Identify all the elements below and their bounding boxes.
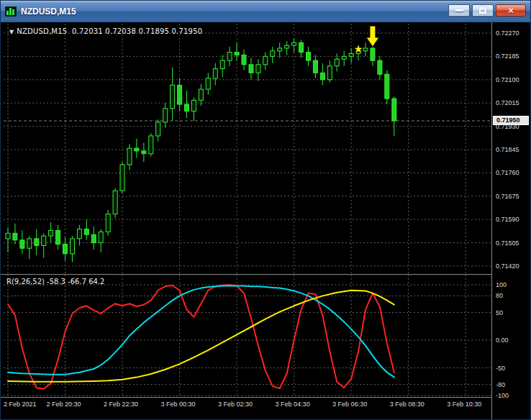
time-axis-label: 3 Feb 02:30 [218,401,253,408]
time-axis-label: 2 Feb 2021 [4,401,37,408]
price-axis[interactable]: 0.71950 0.722700.721850.721000.720150.71… [491,22,530,419]
window-titlebar[interactable]: NZDUSD,M15 × [1,1,530,22]
indicator-axis-label: 100 [496,281,507,288]
time-axis-label: 2 Feb 20:30 [47,401,81,408]
price-axis-label: 0.72015 [496,99,519,106]
open-value: 0.72031 [72,27,103,35]
symbol-ohlc-label: ▼NZDUSD,M15 0.72031 0.72038 0.71895 0.71… [9,27,202,35]
window-controls: × [448,1,526,22]
sell-arrow-icon [366,26,379,47]
time-axis-label: 3 Feb 10:30 [447,401,481,408]
indicator-axis-label: -50 [496,365,505,372]
minimize-button[interactable] [448,4,470,17]
close-icon: × [508,6,514,15]
price-axis-label: 0.71930 [496,123,519,130]
price-axis-label: 0.71845 [496,146,519,153]
indicator-axis-label: 50 [496,309,503,316]
price-axis-label: 0.71420 [496,262,519,270]
indicator-axis-label: -80 [496,381,505,388]
price-axis-label: 0.71590 [496,216,519,223]
window-title: NZDUSD,M15 [21,6,76,17]
time-axis-label: 2 Feb 22:30 [104,401,138,408]
indicator-axis-label: -100 [496,392,509,399]
price-axis-label: 0.71760 [496,169,519,176]
indicator-values-label: R(9,26,52) -58.3 -66.7 64.2 [6,278,104,286]
minimize-icon [455,9,463,12]
symbol-label: NZDUSD,M15 [17,27,67,35]
time-axis[interactable]: 2 Feb 20212 Feb 20:302 Feb 22:303 Feb 00… [1,398,491,420]
star-icon: ★ [354,43,363,55]
indicator-axis-label: 80 [496,292,503,299]
high-value: 0.72038 [105,27,136,35]
restore-button[interactable] [472,4,494,17]
chart-client-area: ★ ▼NZDUSD,M15 0.72031 0.72038 0.71895 0.… [1,22,530,419]
time-axis-label: 3 Feb 08:30 [390,401,425,408]
chart-window-icon [5,6,17,17]
time-axis-label: 3 Feb 00:30 [161,401,196,408]
main-chart-canvas[interactable]: ★ [4,24,493,274]
indicator-axis-label: 0.00 [496,337,509,344]
mt4-chart-window: NZDUSD,M15 × ★ ▼NZDUSD,M15 0.72031 0.720… [0,0,531,420]
low-value: 0.71895 [138,27,169,35]
price-axis-label: 0.71675 [496,193,519,200]
price-axis-label: 0.72185 [496,52,519,60]
restore-icon [479,7,486,14]
close-button[interactable]: × [496,4,526,17]
time-axis-label: 3 Feb 04:30 [276,401,310,408]
close-value: 0.71950 [172,27,203,35]
dropdown-triangle-icon: ▼ [9,29,14,35]
oscillator-line-fast [8,285,394,389]
price-axis-label: 0.72270 [496,29,519,37]
price-axis-label: 0.71505 [496,239,519,247]
indicator-canvas[interactable] [4,275,493,397]
price-axis-label: 0.72100 [496,76,519,83]
time-axis-label: 3 Feb 06:30 [332,401,367,408]
